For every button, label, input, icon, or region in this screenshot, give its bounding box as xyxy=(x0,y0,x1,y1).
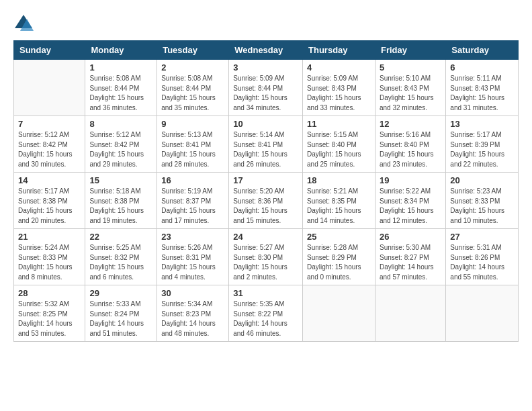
day-number: 21 xyxy=(18,232,81,242)
weekday-header: Sunday xyxy=(14,41,85,60)
calendar-header-row: SundayMondayTuesdayWednesdayThursdayFrid… xyxy=(14,41,519,60)
weekday-header: Thursday xyxy=(303,41,375,60)
calendar-day-cell: 30Sunrise: 5:34 AMSunset: 8:23 PMDayligh… xyxy=(157,285,229,342)
calendar-day-cell: 16Sunrise: 5:19 AMSunset: 8:37 PMDayligh… xyxy=(157,173,229,229)
day-number: 12 xyxy=(380,119,441,129)
calendar-day-cell: 1Sunrise: 5:08 AMSunset: 8:44 PMDaylight… xyxy=(85,60,157,116)
day-info: Sunrise: 5:28 AMSunset: 8:29 PMDaylight:… xyxy=(307,243,371,282)
page-header xyxy=(13,13,519,34)
day-info: Sunrise: 5:17 AMSunset: 8:39 PMDaylight:… xyxy=(450,130,514,169)
calendar-day-cell: 10Sunrise: 5:14 AMSunset: 8:41 PMDayligh… xyxy=(229,116,303,173)
day-info: Sunrise: 5:35 AMSunset: 8:22 PMDaylight:… xyxy=(233,300,298,338)
day-info: Sunrise: 5:31 AMSunset: 8:26 PMDaylight:… xyxy=(450,243,514,282)
day-info: Sunrise: 5:20 AMSunset: 8:36 PMDaylight:… xyxy=(233,187,298,226)
day-info: Sunrise: 5:16 AMSunset: 8:40 PMDaylight:… xyxy=(380,130,441,169)
day-info: Sunrise: 5:33 AMSunset: 8:24 PMDaylight:… xyxy=(89,300,152,338)
day-number: 18 xyxy=(307,175,371,185)
day-number: 17 xyxy=(233,175,298,185)
calendar-day-cell: 15Sunrise: 5:18 AMSunset: 8:38 PMDayligh… xyxy=(85,173,157,229)
calendar-day-cell: 17Sunrise: 5:20 AMSunset: 8:36 PMDayligh… xyxy=(229,173,303,229)
calendar-day-cell xyxy=(303,285,375,342)
day-info: Sunrise: 5:10 AMSunset: 8:43 PMDaylight:… xyxy=(380,74,441,113)
day-number: 26 xyxy=(380,232,441,242)
day-info: Sunrise: 5:11 AMSunset: 8:43 PMDaylight:… xyxy=(450,74,514,113)
day-info: Sunrise: 5:23 AMSunset: 8:33 PMDaylight:… xyxy=(450,187,514,226)
calendar-week-row: 14Sunrise: 5:17 AMSunset: 8:38 PMDayligh… xyxy=(14,173,519,229)
calendar-day-cell: 21Sunrise: 5:24 AMSunset: 8:33 PMDayligh… xyxy=(14,229,85,285)
day-number: 15 xyxy=(89,175,152,185)
weekday-header: Saturday xyxy=(446,41,519,60)
day-number: 25 xyxy=(307,232,371,242)
calendar-day-cell: 14Sunrise: 5:17 AMSunset: 8:38 PMDayligh… xyxy=(14,173,85,229)
day-number: 4 xyxy=(307,62,371,73)
day-number: 22 xyxy=(89,232,152,242)
day-number: 2 xyxy=(161,62,224,73)
calendar-day-cell: 7Sunrise: 5:12 AMSunset: 8:42 PMDaylight… xyxy=(14,116,85,173)
calendar-week-row: 21Sunrise: 5:24 AMSunset: 8:33 PMDayligh… xyxy=(14,229,519,285)
calendar-day-cell: 27Sunrise: 5:31 AMSunset: 8:26 PMDayligh… xyxy=(446,229,519,285)
day-number: 1 xyxy=(89,62,152,73)
day-number: 13 xyxy=(450,119,514,129)
calendar-day-cell: 4Sunrise: 5:09 AMSunset: 8:43 PMDaylight… xyxy=(303,60,375,116)
calendar-day-cell: 19Sunrise: 5:22 AMSunset: 8:34 PMDayligh… xyxy=(375,173,445,229)
day-info: Sunrise: 5:32 AMSunset: 8:25 PMDaylight:… xyxy=(18,300,81,338)
calendar-day-cell: 25Sunrise: 5:28 AMSunset: 8:29 PMDayligh… xyxy=(303,229,375,285)
calendar-day-cell: 12Sunrise: 5:16 AMSunset: 8:40 PMDayligh… xyxy=(375,116,445,173)
day-number: 23 xyxy=(161,232,224,242)
calendar-day-cell: 20Sunrise: 5:23 AMSunset: 8:33 PMDayligh… xyxy=(446,173,519,229)
calendar-day-cell xyxy=(375,285,445,342)
day-number: 19 xyxy=(380,175,441,185)
day-number: 10 xyxy=(233,119,298,129)
calendar-day-cell xyxy=(14,60,85,116)
day-info: Sunrise: 5:08 AMSunset: 8:44 PMDaylight:… xyxy=(89,74,152,113)
calendar-day-cell: 2Sunrise: 5:08 AMSunset: 8:44 PMDaylight… xyxy=(157,60,229,116)
calendar-day-cell: 29Sunrise: 5:33 AMSunset: 8:24 PMDayligh… xyxy=(85,285,157,342)
day-info: Sunrise: 5:09 AMSunset: 8:43 PMDaylight:… xyxy=(307,74,371,113)
calendar-day-cell: 22Sunrise: 5:25 AMSunset: 8:32 PMDayligh… xyxy=(85,229,157,285)
day-info: Sunrise: 5:14 AMSunset: 8:41 PMDaylight:… xyxy=(233,130,298,169)
calendar-day-cell: 11Sunrise: 5:15 AMSunset: 8:40 PMDayligh… xyxy=(303,116,375,173)
day-number: 16 xyxy=(161,175,224,185)
calendar-day-cell: 24Sunrise: 5:27 AMSunset: 8:30 PMDayligh… xyxy=(229,229,303,285)
calendar-day-cell: 23Sunrise: 5:26 AMSunset: 8:31 PMDayligh… xyxy=(157,229,229,285)
weekday-header: Friday xyxy=(375,41,445,60)
day-number: 8 xyxy=(89,119,152,129)
logo-icon xyxy=(13,13,34,34)
calendar-day-cell: 28Sunrise: 5:32 AMSunset: 8:25 PMDayligh… xyxy=(14,285,85,342)
calendar-day-cell: 6Sunrise: 5:11 AMSunset: 8:43 PMDaylight… xyxy=(446,60,519,116)
day-number: 7 xyxy=(18,119,81,129)
day-info: Sunrise: 5:34 AMSunset: 8:23 PMDaylight:… xyxy=(161,300,224,338)
day-number: 27 xyxy=(450,232,514,242)
day-info: Sunrise: 5:22 AMSunset: 8:34 PMDaylight:… xyxy=(380,187,441,226)
day-info: Sunrise: 5:13 AMSunset: 8:41 PMDaylight:… xyxy=(161,130,224,169)
day-number: 24 xyxy=(233,232,298,242)
calendar-week-row: 7Sunrise: 5:12 AMSunset: 8:42 PMDaylight… xyxy=(14,116,519,173)
day-info: Sunrise: 5:18 AMSunset: 8:38 PMDaylight:… xyxy=(89,187,152,226)
calendar-day-cell: 18Sunrise: 5:21 AMSunset: 8:35 PMDayligh… xyxy=(303,173,375,229)
day-info: Sunrise: 5:17 AMSunset: 8:38 PMDaylight:… xyxy=(18,187,81,226)
calendar-day-cell: 13Sunrise: 5:17 AMSunset: 8:39 PMDayligh… xyxy=(446,116,519,173)
weekday-header: Wednesday xyxy=(229,41,303,60)
calendar-day-cell: 26Sunrise: 5:30 AMSunset: 8:27 PMDayligh… xyxy=(375,229,445,285)
day-info: Sunrise: 5:19 AMSunset: 8:37 PMDaylight:… xyxy=(161,187,224,226)
day-number: 5 xyxy=(380,62,441,73)
calendar-week-row: 28Sunrise: 5:32 AMSunset: 8:25 PMDayligh… xyxy=(14,285,519,342)
day-info: Sunrise: 5:27 AMSunset: 8:30 PMDaylight:… xyxy=(233,243,298,282)
day-info: Sunrise: 5:21 AMSunset: 8:35 PMDaylight:… xyxy=(307,187,371,226)
day-number: 20 xyxy=(450,175,514,185)
weekday-header: Monday xyxy=(85,41,157,60)
day-info: Sunrise: 5:24 AMSunset: 8:33 PMDaylight:… xyxy=(18,243,81,282)
day-number: 30 xyxy=(161,288,224,298)
day-info: Sunrise: 5:08 AMSunset: 8:44 PMDaylight:… xyxy=(161,74,224,113)
calendar-day-cell: 9Sunrise: 5:13 AMSunset: 8:41 PMDaylight… xyxy=(157,116,229,173)
day-info: Sunrise: 5:25 AMSunset: 8:32 PMDaylight:… xyxy=(89,243,152,282)
day-number: 11 xyxy=(307,119,371,129)
calendar-table: SundayMondayTuesdayWednesdayThursdayFrid… xyxy=(13,40,519,342)
calendar-day-cell xyxy=(446,285,519,342)
day-info: Sunrise: 5:12 AMSunset: 8:42 PMDaylight:… xyxy=(89,130,152,169)
calendar-day-cell: 31Sunrise: 5:35 AMSunset: 8:22 PMDayligh… xyxy=(229,285,303,342)
calendar-day-cell: 3Sunrise: 5:09 AMSunset: 8:44 PMDaylight… xyxy=(229,60,303,116)
day-info: Sunrise: 5:09 AMSunset: 8:44 PMDaylight:… xyxy=(233,74,298,113)
day-number: 9 xyxy=(161,119,224,129)
day-number: 14 xyxy=(18,175,81,185)
